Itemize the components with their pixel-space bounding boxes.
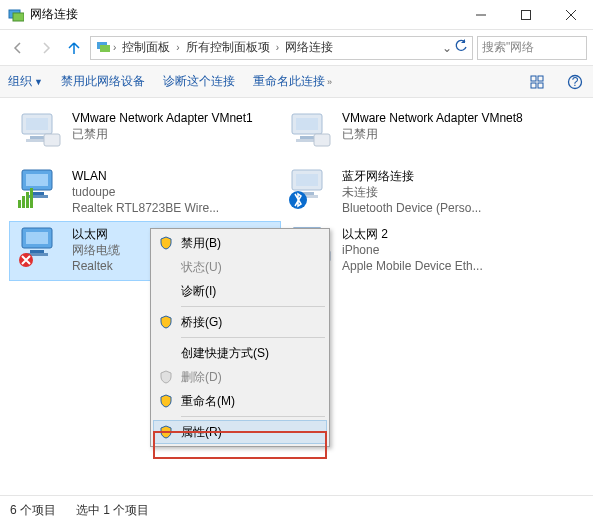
diagnose-button[interactable]: 诊断这个连接 bbox=[163, 73, 235, 90]
svg-rect-23 bbox=[314, 134, 330, 146]
connection-item[interactable]: WLAN tudoupe Realtek RTL8723BE Wire... bbox=[10, 164, 280, 222]
menu-separator bbox=[181, 306, 325, 307]
window-title: 网络连接 bbox=[30, 6, 458, 23]
shield-icon bbox=[159, 394, 173, 408]
ethernet-unplugged-icon bbox=[16, 226, 64, 268]
svg-rect-33 bbox=[296, 174, 318, 186]
menu-disable[interactable]: 禁用(B) bbox=[153, 231, 327, 255]
rename-button[interactable]: 重命名此连接 » bbox=[253, 73, 332, 90]
forward-button[interactable] bbox=[34, 36, 58, 60]
adapter-disabled-icon bbox=[286, 110, 334, 152]
svg-rect-11 bbox=[538, 83, 543, 88]
svg-rect-18 bbox=[44, 134, 60, 146]
statusbar: 6 个项目 选中 1 个项目 bbox=[0, 495, 593, 525]
connection-device: Realtek RTL8723BE Wire... bbox=[72, 200, 219, 216]
connection-device: Realtek bbox=[72, 258, 120, 274]
connection-status: tudoupe bbox=[72, 184, 219, 200]
connection-name: WLAN bbox=[72, 168, 219, 184]
svg-rect-9 bbox=[538, 76, 543, 81]
content-area: VMware Network Adapter VMnet1 已禁用 VMware… bbox=[0, 98, 593, 495]
up-button[interactable] bbox=[62, 36, 86, 60]
svg-rect-25 bbox=[26, 174, 48, 186]
menu-bridge[interactable]: 桥接(G) bbox=[153, 310, 327, 334]
menu-separator bbox=[181, 337, 325, 338]
svg-rect-39 bbox=[30, 250, 44, 253]
menu-separator bbox=[181, 416, 325, 417]
connection-name: 蓝牙网络连接 bbox=[342, 168, 481, 184]
crumb-network[interactable]: 网络连接 bbox=[281, 37, 337, 58]
connection-status: 已禁用 bbox=[72, 126, 253, 142]
chevron-right-icon: › bbox=[176, 42, 179, 53]
menu-diagnose[interactable]: 诊断(I) bbox=[153, 279, 327, 303]
svg-rect-7 bbox=[100, 45, 110, 52]
search-placeholder: 搜索"网络 bbox=[482, 39, 534, 56]
svg-rect-27 bbox=[26, 195, 48, 198]
shield-icon bbox=[159, 315, 173, 329]
refresh-icon[interactable] bbox=[454, 39, 468, 56]
svg-rect-30 bbox=[26, 192, 29, 208]
view-options-icon[interactable] bbox=[527, 72, 547, 92]
bluetooth-icon bbox=[286, 168, 334, 210]
search-input[interactable]: 搜索"网络 bbox=[477, 36, 587, 60]
back-button[interactable] bbox=[6, 36, 30, 60]
connection-status: 未连接 bbox=[342, 184, 481, 200]
connection-item[interactable]: VMware Network Adapter VMnet8 已禁用 bbox=[280, 106, 550, 164]
connection-status: iPhone bbox=[342, 242, 483, 258]
navbar: › 控制面板 › 所有控制面板项 › 网络连接 ⌄ 搜索"网络 bbox=[0, 30, 593, 66]
disable-device-button[interactable]: 禁用此网络设备 bbox=[61, 73, 145, 90]
svg-rect-1 bbox=[13, 13, 24, 21]
connection-name: 以太网 2 bbox=[342, 226, 483, 242]
connection-name: VMware Network Adapter VMnet8 bbox=[342, 110, 523, 126]
connection-device: Apple Mobile Device Eth... bbox=[342, 258, 483, 274]
item-count: 6 个项目 bbox=[10, 502, 56, 519]
wlan-icon bbox=[16, 168, 64, 210]
svg-rect-16 bbox=[30, 136, 44, 139]
close-button[interactable] bbox=[548, 0, 593, 29]
menu-shortcut[interactable]: 创建快捷方式(S) bbox=[153, 341, 327, 365]
maximize-button[interactable] bbox=[503, 0, 548, 29]
connection-item[interactable]: VMware Network Adapter VMnet1 已禁用 bbox=[10, 106, 280, 164]
menu-status: 状态(U) bbox=[153, 255, 327, 279]
connection-item[interactable]: 蓝牙网络连接 未连接 Bluetooth Device (Perso... bbox=[280, 164, 550, 222]
svg-rect-3 bbox=[521, 10, 530, 19]
connection-device: Bluetooth Device (Perso... bbox=[342, 200, 481, 216]
chevron-right-icon: › bbox=[276, 42, 279, 53]
menu-rename[interactable]: 重命名(M) bbox=[153, 389, 327, 413]
svg-rect-28 bbox=[18, 200, 21, 208]
connection-status: 网络电缆 bbox=[72, 242, 120, 258]
context-menu: 禁用(B) 状态(U) 诊断(I) 桥接(G) 创建快捷方式(S) 删除(D) … bbox=[150, 228, 330, 447]
svg-rect-29 bbox=[22, 196, 25, 208]
app-icon bbox=[8, 7, 24, 23]
svg-text:?: ? bbox=[572, 75, 579, 89]
adapter-disabled-icon bbox=[16, 110, 64, 152]
shield-icon bbox=[159, 370, 173, 384]
shield-icon bbox=[159, 236, 173, 250]
svg-rect-38 bbox=[26, 232, 48, 244]
svg-rect-15 bbox=[26, 118, 48, 130]
svg-rect-21 bbox=[300, 136, 314, 139]
svg-rect-20 bbox=[296, 118, 318, 130]
chevron-right-icon: › bbox=[113, 42, 116, 53]
shield-icon bbox=[159, 425, 173, 439]
organize-menu[interactable]: 组织 ▼ bbox=[8, 73, 43, 90]
location-icon bbox=[95, 38, 111, 57]
titlebar: 网络连接 bbox=[0, 0, 593, 30]
svg-rect-8 bbox=[531, 76, 536, 81]
menu-delete: 删除(D) bbox=[153, 365, 327, 389]
toolbar: 组织 ▼ 禁用此网络设备 诊断这个连接 重命名此连接 » ? bbox=[0, 66, 593, 98]
crumb-control-panel[interactable]: 控制面板 bbox=[118, 37, 174, 58]
connection-name: 以太网 bbox=[72, 226, 120, 242]
connection-name: VMware Network Adapter VMnet1 bbox=[72, 110, 253, 126]
menu-properties[interactable]: 属性(R) bbox=[153, 420, 327, 444]
dropdown-icon[interactable]: ⌄ bbox=[442, 41, 452, 55]
svg-rect-10 bbox=[531, 83, 536, 88]
connection-status: 已禁用 bbox=[342, 126, 523, 142]
svg-rect-31 bbox=[30, 188, 33, 208]
address-bar[interactable]: › 控制面板 › 所有控制面板项 › 网络连接 ⌄ bbox=[90, 36, 473, 60]
help-icon[interactable]: ? bbox=[565, 72, 585, 92]
crumb-all-items[interactable]: 所有控制面板项 bbox=[182, 37, 274, 58]
selection-count: 选中 1 个项目 bbox=[76, 502, 149, 519]
minimize-button[interactable] bbox=[458, 0, 503, 29]
